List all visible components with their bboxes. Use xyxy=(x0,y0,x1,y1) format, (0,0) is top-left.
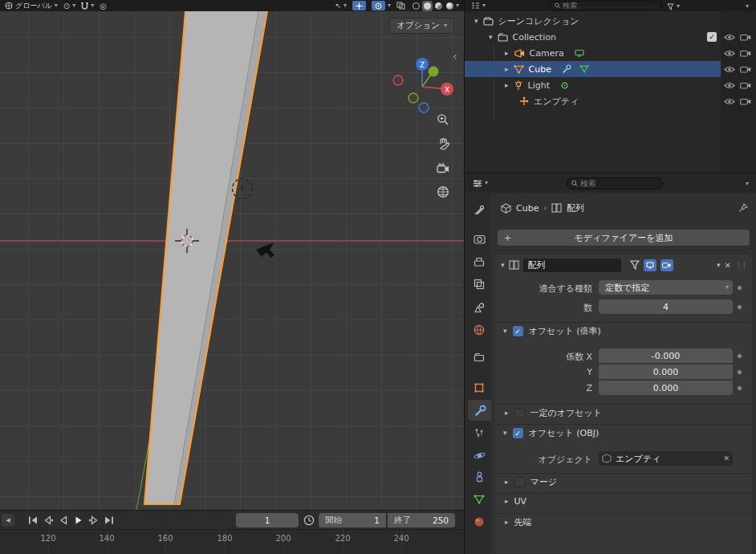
count-animate-dot[interactable] xyxy=(738,305,742,309)
object-offset-checkbox[interactable]: ✓ xyxy=(513,428,523,438)
tab-particles[interactable] xyxy=(468,422,490,443)
pin-icon[interactable] xyxy=(738,203,748,213)
properties-search[interactable] xyxy=(567,177,663,189)
realtime-display-toggle[interactable] xyxy=(644,259,656,271)
proportional-editing-toggle[interactable]: ◎ xyxy=(100,1,107,10)
snap-toggle[interactable]: ▾ xyxy=(81,1,94,10)
options-button[interactable]: オプション ▾ xyxy=(389,18,454,34)
add-modifier-button[interactable]: + モディファイアーを追加 xyxy=(498,230,750,246)
drag-handle-icon[interactable]: ⋮⋮ xyxy=(735,261,746,269)
timeline-ruler[interactable]: 120 140 160 180 200 220 240 xyxy=(0,529,464,554)
row-cube[interactable]: ▸ Cube xyxy=(465,61,721,77)
tab-world[interactable] xyxy=(468,320,490,340)
render-toggle-light[interactable] xyxy=(740,81,751,92)
frame-start-field[interactable]: 開始 1 xyxy=(319,513,386,528)
properties-overflow-chevron[interactable]: ▾ xyxy=(746,181,749,187)
constant-offset-checkbox[interactable] xyxy=(514,408,525,418)
merge-header[interactable]: ▸ マージ xyxy=(505,476,557,488)
fit-type-animate-dot[interactable] xyxy=(738,286,742,290)
row-camera[interactable]: ▸ Camera xyxy=(465,45,721,61)
clock-icon[interactable] xyxy=(303,515,315,526)
relative-offset-header[interactable]: ▾ ✓ オフセット (倍率) xyxy=(503,325,601,337)
factor-y-animate-dot[interactable] xyxy=(738,370,742,374)
hide-toggle-light[interactable] xyxy=(724,81,735,92)
render-toggle-cube[interactable] xyxy=(740,65,751,75)
modifier-extras-dropdown[interactable]: ▾ xyxy=(717,262,721,269)
axis-y-neg[interactable] xyxy=(408,93,418,103)
navigation-gizmo[interactable]: Z X xyxy=(392,47,456,116)
hide-toggle-cube[interactable] xyxy=(724,65,735,75)
transform-orientation-dropdown[interactable]: グローバル ▾ xyxy=(5,1,58,10)
outliner-overflow-chevron[interactable]: ▾ xyxy=(746,3,749,10)
count-field[interactable]: 4 xyxy=(599,299,733,314)
constant-offset-header[interactable]: ▸ 一定のオフセット xyxy=(505,407,602,419)
row-light[interactable]: ▸ Light xyxy=(465,77,721,93)
hide-toggle-collection[interactable] xyxy=(724,33,735,43)
factor-x-animate-dot[interactable] xyxy=(738,354,742,358)
collection-exclude-checkbox[interactable]: ✓ xyxy=(707,32,717,42)
shading-rendered-button[interactable] xyxy=(445,1,455,11)
merge-checkbox[interactable] xyxy=(514,477,525,487)
viewport-3d[interactable]: Z X オプション ▾ ‹ xyxy=(0,11,464,510)
outliner-search-input[interactable] xyxy=(563,2,657,10)
properties-search-input[interactable] xyxy=(580,179,658,188)
play-button[interactable] xyxy=(71,513,85,527)
jump-to-end-button[interactable] xyxy=(102,513,116,527)
render-toggle-empty[interactable] xyxy=(740,97,751,108)
tab-view-layer[interactable] xyxy=(468,274,490,295)
row-empty[interactable]: エンプティ xyxy=(465,93,721,109)
tab-scene[interactable] xyxy=(468,297,490,318)
timeline-editor-menu[interactable]: ◀ xyxy=(2,514,14,527)
outliner-filter-button[interactable]: ▾ xyxy=(667,2,680,11)
cube-object[interactable] xyxy=(144,11,267,504)
hide-toggle-camera[interactable] xyxy=(724,49,735,59)
camera-view-button[interactable] xyxy=(433,158,453,177)
breadcrumb-modifier[interactable]: 配列 xyxy=(567,202,584,214)
factor-x-field[interactable]: -0.000 xyxy=(599,348,733,363)
current-frame-field[interactable]: 1 xyxy=(236,513,299,528)
show-gizmo-toggle[interactable] xyxy=(352,1,366,10)
clear-object-icon[interactable]: ✕ xyxy=(723,454,730,462)
jump-to-start-button[interactable] xyxy=(26,513,39,527)
edit-mode-display-toggle[interactable] xyxy=(630,260,640,270)
shading-wireframe-button[interactable] xyxy=(411,1,421,11)
tab-material[interactable] xyxy=(468,511,490,532)
pivot-point-dropdown[interactable]: ⊙ ▾ xyxy=(63,1,75,10)
tab-output[interactable] xyxy=(468,251,490,272)
axis-y-pos[interactable] xyxy=(429,67,439,77)
tab-object-data[interactable] xyxy=(468,489,490,510)
view-object-types-dropdown[interactable]: ↖ ▾ xyxy=(335,1,347,10)
axis-z-neg[interactable] xyxy=(419,103,429,112)
tab-collection-props[interactable] xyxy=(468,347,490,368)
caps-header[interactable]: ▸ 先端 xyxy=(505,516,532,528)
panel-expand-chevron[interactable]: ▾ xyxy=(501,262,505,269)
fit-type-dropdown[interactable]: 定数で指定 ▾ xyxy=(599,280,733,295)
pan-button[interactable] xyxy=(433,134,453,153)
xray-toggle[interactable] xyxy=(396,1,405,10)
shading-material-button[interactable] xyxy=(433,1,444,11)
outliner-search[interactable] xyxy=(550,1,662,10)
show-overlays-toggle[interactable]: ▾ xyxy=(372,1,391,10)
relative-offset-checkbox[interactable]: ✓ xyxy=(513,326,523,336)
factor-z-animate-dot[interactable] xyxy=(738,386,742,390)
tab-object[interactable] xyxy=(468,377,490,398)
ortho-toggle-button[interactable] xyxy=(433,182,453,202)
axis-x-neg[interactable] xyxy=(393,75,403,85)
sidebar-collapse-arrow[interactable]: ‹ xyxy=(453,50,457,63)
prev-keyframe-button[interactable] xyxy=(41,513,55,527)
close-icon[interactable]: ✕ xyxy=(725,261,731,270)
uv-header[interactable]: ▸ UV xyxy=(505,496,526,507)
next-keyframe-button[interactable] xyxy=(87,513,100,527)
render-toggle-camera[interactable] xyxy=(740,49,751,59)
tab-modifiers[interactable] xyxy=(468,400,492,421)
factor-z-field[interactable]: 0.000 xyxy=(599,381,733,395)
outliner-editor-menu[interactable]: ▾ xyxy=(471,1,486,10)
hide-toggle-empty[interactable] xyxy=(724,97,735,108)
frame-end-field[interactable]: 終了 250 xyxy=(388,513,455,528)
tab-tool[interactable] xyxy=(468,200,490,221)
play-reverse-button[interactable] xyxy=(56,513,70,527)
modifier-name-field[interactable]: 配列 xyxy=(523,259,621,272)
row-collection[interactable]: ▾ Collection xyxy=(465,29,721,45)
tab-constraints[interactable] xyxy=(468,466,490,487)
row-scene-collection[interactable]: ▾ シーンコレクション xyxy=(465,13,721,29)
